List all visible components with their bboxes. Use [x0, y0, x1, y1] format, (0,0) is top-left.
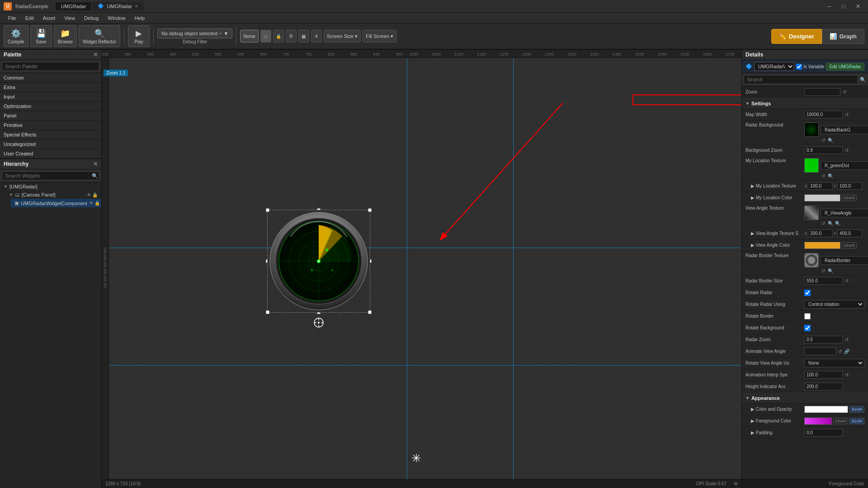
location-texture-thumb[interactable] [804, 158, 819, 173]
pivot-handle[interactable] [313, 317, 324, 329]
bind-btn-foreground[interactable]: Bind▾ [849, 418, 864, 424]
texture-search-icon[interactable]: 🔍 [828, 138, 833, 143]
rotate-border-checkbox[interactable] [804, 313, 811, 319]
location-y-input[interactable] [837, 182, 862, 190]
palette-category-panel[interactable]: Panel [0, 111, 101, 121]
lock-icon[interactable]: 🔒 [92, 192, 98, 197]
view-angle-x-input[interactable] [808, 230, 833, 237]
view-angle-color-swatch[interactable] [804, 242, 840, 249]
map-width-input[interactable] [804, 111, 843, 118]
location-texture-dropdown[interactable]: R_greenDot [821, 161, 868, 170]
zoom-reset[interactable]: ↺ [842, 89, 847, 94]
bg-zoom-input[interactable] [804, 146, 843, 154]
palette-category-common[interactable]: Common [0, 73, 101, 83]
texture-search-icon[interactable]: 🔍 [828, 221, 833, 226]
design-canvas[interactable]: Zoom 1:1 100 200 300 400 500 600 [102, 58, 741, 479]
handle-bottom-right[interactable] [368, 310, 372, 314]
palette-category-uncategorized[interactable]: Uncategorized [0, 140, 101, 149]
reset-icon[interactable]: ↺ [844, 148, 849, 153]
minimize-btn[interactable]: ─ [823, 1, 835, 11]
viewport-btn-5[interactable]: 4 [311, 30, 322, 42]
settings-icon[interactable]: ⚙ [734, 481, 738, 486]
graph-mode-btn[interactable]: 📊 Graph [822, 29, 864, 44]
palette-category-user-created[interactable]: User Created [0, 149, 101, 159]
palette-category-input[interactable]: Input [0, 92, 101, 102]
eye-icon[interactable]: 👁 [89, 201, 94, 206]
refresh-icon[interactable]: ↺ [837, 349, 843, 354]
palette-category-extra[interactable]: Extra [0, 83, 101, 92]
texture-reset-icon[interactable]: ↺ [821, 138, 826, 143]
texture-extra-icon[interactable]: 🔍 [835, 221, 840, 226]
tree-item-umgradar[interactable]: ▼ [UMGRadar] [0, 183, 101, 191]
view-angle-texture-thumb[interactable] [804, 206, 819, 220]
hierarchy-close-icon[interactable]: ✕ [93, 161, 98, 167]
color-opacity-swatch[interactable] [804, 406, 848, 413]
handle-bottom-mid[interactable] [317, 312, 321, 314]
location-x-input[interactable] [808, 182, 833, 190]
handle-top-mid[interactable] [317, 208, 321, 210]
texture-reset-icon[interactable]: ↺ [821, 221, 826, 226]
search-palette-input[interactable] [2, 62, 99, 71]
rotate-view-angle-dropdown[interactable]: None [804, 359, 864, 367]
foreground-color-swatch[interactable] [804, 418, 832, 425]
radar-zoom-input[interactable] [804, 336, 843, 343]
reset-icon[interactable]: ↺ [844, 112, 849, 117]
is-variable-checkbox[interactable] [796, 64, 802, 70]
viewport-none-btn[interactable]: None [240, 30, 258, 42]
viewport-btn-2[interactable]: 🔒 [273, 30, 284, 42]
padding-input[interactable] [804, 429, 843, 436]
handle-top-right[interactable] [368, 208, 372, 212]
close-btn[interactable]: ✕ [852, 1, 864, 11]
screen-size-dropdown[interactable]: Screen Size ▾ [324, 30, 361, 42]
menu-debug[interactable]: Debug [80, 14, 103, 22]
border-texture-dropdown[interactable]: RadarBorder [821, 256, 868, 265]
zoom-input[interactable] [804, 88, 840, 96]
viewport-btn-4[interactable]: ▦ [298, 30, 309, 42]
link-icon[interactable]: 🔗 [844, 349, 849, 354]
tab-umgradar-1[interactable]: UMGRadar [56, 2, 92, 10]
menu-view[interactable]: View [60, 14, 80, 22]
compile-button[interactable]: ⚙️ Compile [4, 25, 28, 47]
reset-icon[interactable]: ↺ [844, 372, 849, 377]
rotate-radar-checkbox[interactable] [804, 290, 811, 296]
lock-icon[interactable]: 🔒 [94, 201, 100, 206]
texture-search-icon[interactable]: 🔍 [828, 174, 833, 178]
viewport-btn-3[interactable]: R [286, 30, 297, 42]
border-size-input[interactable] [804, 277, 843, 285]
texture-search-icon[interactable]: 🔍 [828, 268, 833, 273]
maximize-btn[interactable]: □ [837, 1, 850, 11]
widget-name-dropdown[interactable]: UMGRadarWidgetComponent [754, 62, 794, 71]
radar-bg-dropdown[interactable]: RadarBackG [821, 126, 868, 134]
border-texture-thumb[interactable] [804, 253, 819, 267]
designer-mode-btn[interactable]: ✏️ Designer [771, 29, 822, 44]
radar-bg-texture-thumb[interactable] [804, 122, 819, 137]
search-hierarchy-input[interactable] [2, 171, 99, 180]
play-button[interactable]: ▶ Play [128, 25, 150, 47]
menu-help[interactable]: Help [130, 14, 149, 22]
reset-icon[interactable]: ↺ [844, 337, 849, 342]
palette-category-optimization[interactable]: Optimization [0, 102, 101, 111]
handle-bottom-left[interactable] [266, 310, 269, 314]
tree-item-widget-component[interactable]: ▣ UMGRadarWidgetComponent 👁 🔒 [11, 199, 101, 207]
debug-dropdown[interactable]: No debug object selected ~ ▼ [157, 28, 233, 38]
menu-file[interactable]: File [4, 14, 21, 22]
eye-icon[interactable]: 👁 [87, 192, 91, 197]
handle-top-left[interactable] [266, 208, 269, 212]
view-angle-texture-dropdown[interactable]: R_ViewAngle [821, 209, 868, 217]
tree-item-canvas-panel[interactable]: ▼ 🗂 [Canvas Panel] 👁 🔒 [5, 191, 101, 199]
anim-interp-input[interactable] [804, 371, 843, 379]
menu-window[interactable]: Window [103, 14, 130, 22]
handle-left-mid[interactable] [266, 259, 268, 263]
tab-umgradar-2[interactable]: 🔷 UMGRadar ✕ [92, 2, 144, 10]
appearance-section-header[interactable]: ▼ Appearance [742, 393, 868, 404]
height-indicator-input[interactable] [804, 383, 843, 390]
search-icon[interactable]: 🔍 [92, 173, 98, 178]
palette-category-primitive[interactable]: Primitive [0, 121, 101, 130]
save-button[interactable]: 💾 Save [30, 25, 52, 47]
close-icon[interactable]: ✕ [135, 4, 138, 9]
details-search-input[interactable] [744, 75, 858, 84]
fill-screen-dropdown[interactable]: Fill Screen ▾ [363, 30, 396, 42]
rotate-bg-checkbox[interactable] [804, 325, 811, 331]
rotate-radar-using-dropdown[interactable]: Control rotation [804, 300, 864, 309]
edit-button[interactable]: Edit UMGRadar [826, 63, 864, 70]
